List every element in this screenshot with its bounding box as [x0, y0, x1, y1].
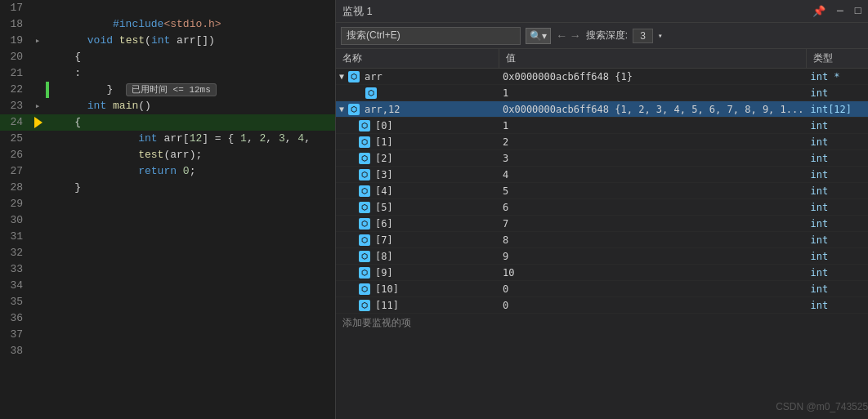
elem-2-name: [2] — [375, 153, 393, 164]
elem-1-value: 2 — [499, 134, 807, 149]
elem-4-value: 5 — [499, 183, 807, 198]
code-line-19: 19 ▸ void test(int arr[]) — [0, 33, 335, 49]
var-icon-4: ⬡ — [359, 185, 370, 197]
elem-10-value: 0 — [499, 281, 807, 296]
nav-arrows: ← → — [556, 29, 581, 42]
var-icon-0: ⬡ — [359, 120, 370, 131]
var-icon-arr: ⬡ — [348, 71, 360, 82]
col-header-value: 值 — [499, 49, 807, 68]
add-watch-label: 添加要监视的项 — [342, 316, 411, 330]
code-line-36: 36 — [0, 310, 335, 327]
elem-1-name: [1] — [375, 136, 393, 148]
code-line-23: 23 ▸ int main() — [0, 98, 335, 114]
var-icon-8: ⬡ — [359, 251, 370, 262]
elem-5-value: 6 — [499, 199, 807, 215]
elem-8-name: [8] — [375, 251, 393, 262]
watermark: CSDN @m0_74352571 — [776, 401, 868, 412]
elem-0-value: 1 — [499, 118, 807, 133]
elem-9-type: int — [807, 265, 868, 280]
watch-panel: 监视 1 📌 ─ □ ✕ 搜索(Ctrl+E) 🔍▾ ← → 搜索深度: 3 ▾… — [335, 0, 868, 419]
var-icon-2: ⬡ — [359, 153, 370, 164]
watch-row-arr-child[interactable]: ⬡ 1 int — [336, 85, 868, 101]
var-icon-3: ⬡ — [359, 169, 370, 181]
col-header-name: 名称 — [336, 49, 499, 68]
elem-5-type: int — [807, 199, 868, 215]
elem-3-type: int — [807, 167, 868, 182]
elem-8-type: int — [807, 248, 868, 264]
maximize-icon[interactable]: □ — [852, 3, 865, 19]
depth-dropdown-icon[interactable]: ▾ — [658, 31, 663, 41]
code-line-31: 31 — [0, 229, 335, 245]
elem-2-type: int — [807, 150, 868, 166]
search-box: 搜索(Ctrl+E) — [341, 27, 521, 45]
elem-7-value: 8 — [499, 232, 807, 247]
watch-toolbar: 搜索(Ctrl+E) 🔍▾ ← → 搜索深度: 3 ▾ — [336, 23, 868, 49]
expand-arr12-icon[interactable]: ▼ — [339, 105, 344, 114]
watch-row-10[interactable]: ⬡ [10] 0 int — [336, 281, 868, 297]
code-line-27: 27 return 0; — [0, 163, 335, 180]
arr12-type: int[12] — [807, 101, 868, 117]
watch-row-4[interactable]: ⬡ [4] 5 int — [336, 183, 868, 199]
elem-10-name: [10] — [375, 283, 399, 295]
arr12-value: 0x0000000acb6ff648 {1, 2, 3, 4, 5, 6, 7,… — [499, 101, 807, 117]
var-icon-10: ⬡ — [359, 283, 370, 295]
nav-forward-button[interactable]: → — [569, 29, 580, 42]
elem-9-value: 10 — [499, 265, 807, 280]
arr-child-type: int — [807, 85, 868, 100]
add-watch-row[interactable]: 添加要监视的项 — [336, 314, 868, 332]
col-header-type: 类型 — [807, 49, 868, 68]
watch-row-5[interactable]: ⬡ [5] 6 int — [336, 199, 868, 216]
depth-label: 搜索深度: — [586, 29, 628, 42]
watch-row-3[interactable]: ⬡ [3] 4 int — [336, 167, 868, 183]
code-line-30: 30 — [0, 212, 335, 229]
elem-2-value: 3 — [499, 150, 807, 166]
titlebar-icons: 📌 ─ □ ✕ — [809, 3, 868, 20]
watch-table[interactable]: 名称 值 类型 ▼ ⬡ arr 0x0000000acb6ff648 {1} i… — [336, 49, 868, 419]
watch-row-6[interactable]: ⬡ [6] 7 int — [336, 216, 868, 232]
var-icon-6: ⬡ — [359, 218, 370, 230]
var-icon-arr12: ⬡ — [348, 104, 360, 115]
var-icon-9: ⬡ — [359, 267, 370, 279]
minimize-icon[interactable]: ─ — [834, 3, 847, 19]
watch-row-8[interactable]: ⬡ [8] 9 int — [336, 248, 868, 265]
watch-row-arr[interactable]: ▼ ⬡ arr 0x0000000acb6ff648 {1} int * — [336, 69, 868, 85]
watch-row-2[interactable]: ⬡ [2] 3 int — [336, 150, 868, 167]
elem-11-name: [11] — [375, 300, 399, 311]
watch-row-1[interactable]: ⬡ [1] 2 int — [336, 134, 868, 150]
arr-child-value: 1 — [499, 85, 807, 100]
depth-value: 3 — [633, 29, 653, 43]
elem-7-name: [7] — [375, 234, 393, 246]
code-editor: 17 18 #include<stdio.h> 19 ▸ void test(i… — [0, 0, 335, 419]
execution-arrow — [34, 117, 43, 128]
code-line-33: 33 — [0, 261, 335, 278]
elem-0-type: int — [807, 118, 868, 133]
search-button[interactable]: 🔍▾ — [526, 28, 551, 44]
arr-type: int * — [807, 69, 868, 84]
pin-icon[interactable]: 📌 — [809, 3, 829, 20]
watch-row-arr12[interactable]: ▼ ⬡ arr,12 0x0000000acb6ff648 {1, 2, 3, … — [336, 101, 868, 118]
nav-back-button[interactable]: ← — [556, 29, 567, 42]
elem-9-name: [9] — [375, 267, 393, 279]
elem-6-value: 7 — [499, 216, 807, 231]
arr12-name: arr,12 — [365, 104, 400, 115]
var-icon-11: ⬡ — [359, 300, 370, 311]
code-line-34: 34 — [0, 278, 335, 294]
watch-row-0[interactable]: ⬡ [0] 1 int — [336, 118, 868, 134]
elem-11-value: 0 — [499, 297, 807, 313]
code-line-20: 20 { — [0, 49, 335, 65]
arr-name: arr — [365, 71, 383, 82]
elem-4-name: [4] — [375, 185, 393, 197]
code-line-32: 32 — [0, 245, 335, 261]
var-icon-5: ⬡ — [359, 202, 370, 213]
code-line-28: 28 } — [0, 180, 335, 196]
watch-row-9[interactable]: ⬡ [9] 10 int — [336, 265, 868, 281]
watch-row-11[interactable]: ⬡ [11] 0 int — [336, 297, 868, 314]
arr-value: 0x0000000acb6ff648 {1} — [499, 69, 807, 84]
elem-6-name: [6] — [375, 218, 393, 230]
code-line-37: 37 — [0, 327, 335, 343]
elem-3-value: 4 — [499, 167, 807, 182]
elem-7-type: int — [807, 232, 868, 247]
expand-arr-icon[interactable]: ▼ — [339, 72, 344, 81]
watch-row-7[interactable]: ⬡ [7] 8 int — [336, 232, 868, 248]
watch-title: 监视 1 — [342, 4, 373, 19]
